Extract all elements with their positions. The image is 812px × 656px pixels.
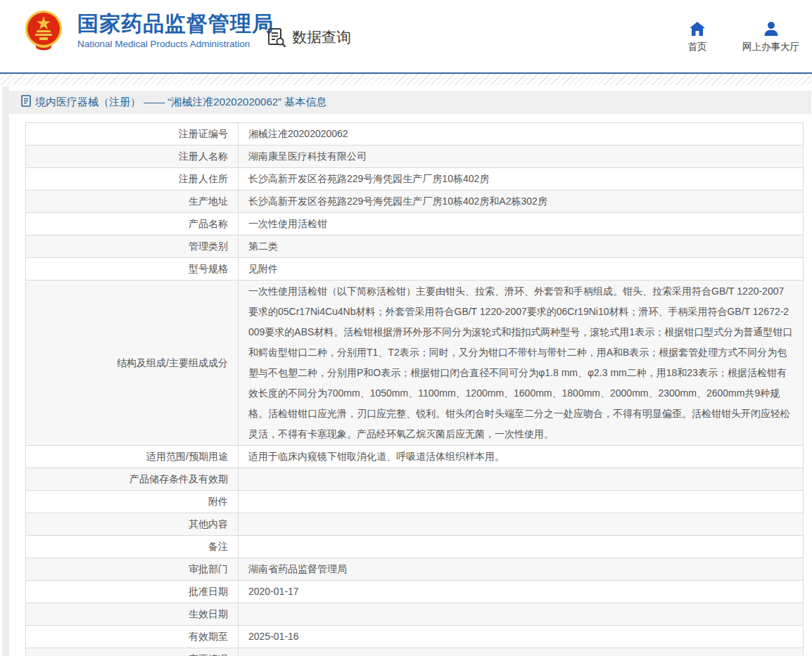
row-value: 适用于临床内窥镜下钳取消化道、呼吸道活体组织样本用。	[239, 446, 804, 468]
row-value: 长沙高新开发区谷苑路229号海凭园生产厂房10栋402房	[239, 168, 804, 191]
row-value	[239, 603, 804, 626]
table-row: 有效期至2025-01-16	[26, 626, 804, 648]
row-value: 2020-01-17	[239, 581, 804, 603]
row-value: 湖南省药品监督管理局	[239, 558, 804, 581]
row-value	[239, 513, 804, 536]
document-icon	[21, 95, 32, 110]
row-value	[239, 536, 804, 558]
page-titlebar: 境内医疗器械（注册） —— “湘械注准20202020062” 基本信息	[9, 91, 811, 114]
table-row: 型号规格见附件	[26, 258, 804, 281]
main-content: 境内医疗器械（注册） —— “湘械注准20202020062” 基本信息 注册证…	[9, 91, 811, 656]
page-title: 境内医疗器械（注册） —— “湘械注准20202020062” 基本信息	[35, 96, 326, 109]
row-label: 有效期至	[26, 626, 239, 648]
row-label: 注册证编号	[26, 123, 239, 146]
row-label: 产品名称	[26, 213, 239, 236]
row-label: 管理类别	[26, 236, 239, 258]
row-value: 见附件	[239, 258, 804, 281]
table-row: 产品储存条件及有效期	[26, 468, 804, 491]
row-value: 湘械注准20202020062	[239, 123, 804, 146]
row-label: 附件	[26, 491, 239, 513]
row-label: 产品储存条件及有效期	[26, 468, 239, 491]
data-query-label: 数据查询	[292, 27, 351, 47]
nav-label-service-hall: 网上办事大厅	[742, 41, 799, 53]
row-value	[239, 648, 804, 656]
registration-info-table: 注册证编号湘械注准20202020062注册人名称湖南康呈医疗科技有限公司注册人…	[25, 122, 804, 656]
table-row: 批准日期2020-01-17	[26, 581, 804, 603]
user-icon	[763, 21, 780, 37]
table-row: 结构及组成/主要组成成分一次性使用活检钳（以下简称活检钳）主要由钳头、拉索、滑环…	[26, 281, 804, 446]
table-row: 注册人住所长沙高新开发区谷苑路229号海凭园生产厂房10栋402房	[26, 168, 804, 191]
row-label: 其他内容	[26, 513, 239, 536]
table-row: 产品名称一次性使用活检钳	[26, 213, 804, 236]
row-label: 结构及组成/主要组成成分	[26, 281, 239, 446]
brand-title: 国家药品监督管理局	[77, 12, 274, 36]
table-row: 审批部门湖南省药品监督管理局	[26, 558, 804, 581]
table-body: 注册证编号湘械注准20202020062注册人名称湖南康呈医疗科技有限公司注册人…	[26, 123, 804, 656]
row-value: 第二类	[239, 236, 804, 258]
brand-subtitle: National Medical Products Administration	[77, 39, 274, 49]
row-value	[239, 491, 804, 513]
table-row: 注册人名称湖南康呈医疗科技有限公司	[26, 146, 804, 168]
row-value: 长沙高新开发区谷苑路229号海凭园生产厂房10栋402房和A2栋302房	[239, 191, 804, 213]
table-row: 变更情况	[26, 648, 804, 656]
national-emblem-icon	[21, 8, 66, 53]
left-gutter	[2, 86, 9, 656]
row-label: 适用范围/预期用途	[26, 446, 239, 468]
row-label: 注册人名称	[26, 146, 239, 168]
row-label: 生效日期	[26, 603, 239, 626]
brand[interactable]: 国家药品监督管理局 National Medical Products Admi…	[21, 8, 274, 53]
top-nav: 首页 网上办事大厅	[679, 21, 799, 53]
row-value: 一次性使用活检钳	[239, 213, 804, 236]
table-row: 适用范围/预期用途适用于临床内窥镜下钳取消化道、呼吸道活体组织样本用。	[26, 446, 804, 468]
nav-label-home: 首页	[688, 41, 707, 53]
row-label: 备注	[26, 536, 239, 558]
row-value: 湖南康呈医疗科技有限公司	[239, 146, 804, 168]
data-query-icon	[266, 27, 287, 48]
row-value: 一次性使用活检钳（以下简称活检钳）主要由钳头、拉索、滑环、外套管和手柄组成。钳头…	[239, 281, 804, 446]
table-row: 生产地址长沙高新开发区谷苑路229号海凭园生产厂房10栋402房和A2栋302房	[26, 191, 804, 213]
nav-item-home[interactable]: 首页	[679, 21, 716, 53]
hatched-divider	[0, 74, 812, 85]
table-row: 其他内容	[26, 513, 804, 536]
row-label: 批准日期	[26, 581, 239, 603]
row-label: 型号规格	[26, 258, 239, 281]
table-row: 管理类别第二类	[26, 236, 804, 258]
table-row: 附件	[26, 491, 804, 513]
site-header: 国家药品监督管理局 National Medical Products Admi…	[0, 0, 812, 74]
row-value: 2025-01-16	[239, 626, 804, 648]
row-value	[239, 468, 804, 491]
row-label: 生产地址	[26, 191, 239, 213]
table-row: 注册证编号湘械注准20202020062	[26, 123, 804, 146]
home-icon	[689, 21, 706, 37]
data-query-entry[interactable]: 数据查询	[266, 27, 351, 48]
row-label: 注册人住所	[26, 168, 239, 191]
row-label: 审批部门	[26, 558, 239, 581]
table-row: 生效日期	[26, 603, 804, 626]
nav-item-service-hall[interactable]: 网上办事大厅	[742, 21, 799, 53]
row-label: 变更情况	[26, 648, 239, 656]
table-row: 备注	[26, 536, 804, 558]
